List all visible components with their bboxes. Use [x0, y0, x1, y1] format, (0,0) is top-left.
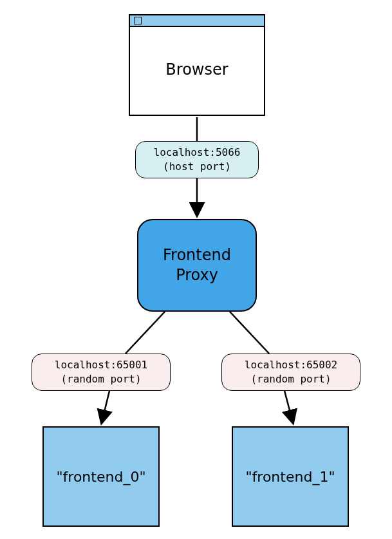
edge-label-random-port-left: localhost:65001 (random port): [32, 354, 171, 391]
architecture-diagram: Browser localhost:5066 (host port) Front…: [0, 0, 392, 539]
svg-line-3: [126, 312, 165, 354]
instance-label: "frontend_1": [245, 469, 335, 485]
edge-label-host-port: localhost:5066 (host port): [135, 141, 259, 178]
window-control-icon: [134, 17, 142, 24]
edge-label-line: localhost:65002: [245, 358, 338, 372]
browser-label: Browser: [165, 61, 228, 79]
edge-label-line: (host port): [163, 160, 231, 174]
edge-label-line: (random port): [61, 372, 141, 386]
edge-label-line: (random port): [250, 372, 331, 386]
edge-label-random-port-right: localhost:65002 (random port): [221, 354, 360, 391]
browser-node: Browser: [129, 14, 265, 116]
svg-line-4: [102, 391, 109, 422]
edge-label-line: localhost:5066: [154, 146, 241, 160]
edge-label-line: localhost:65001: [55, 358, 148, 372]
browser-titlebar: [130, 15, 264, 27]
proxy-label-line: Proxy: [176, 265, 218, 285]
svg-line-5: [230, 312, 269, 354]
svg-line-6: [285, 391, 293, 422]
proxy-label-line: Frontend: [163, 245, 231, 265]
frontend-proxy-node: Frontend Proxy: [137, 219, 257, 312]
frontend-instance-0: "frontend_0": [42, 426, 160, 527]
frontend-instance-1: "frontend_1": [232, 426, 349, 527]
instance-label: "frontend_0": [56, 469, 145, 485]
